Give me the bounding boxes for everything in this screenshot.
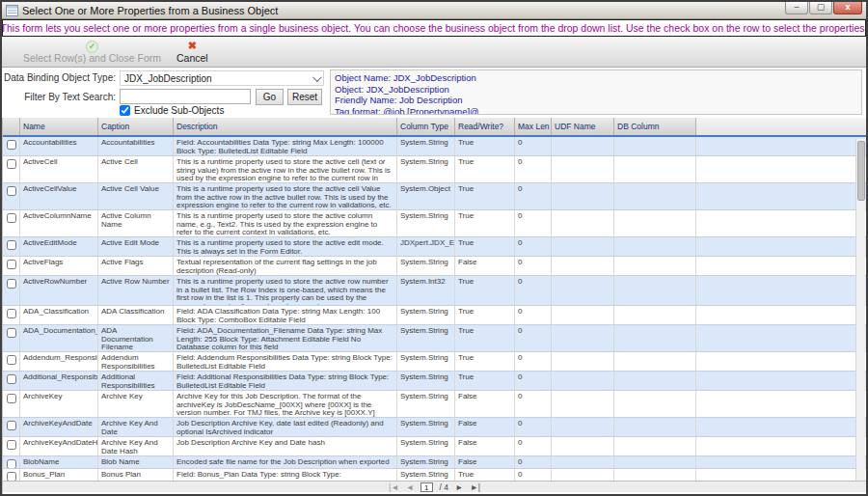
pager-first-button[interactable]: |◄	[389, 482, 399, 492]
cell-name: ArchiveKey	[20, 391, 98, 417]
row-checkbox[interactable]	[7, 394, 16, 403]
cell-filler	[696, 306, 866, 324]
cell-filler	[696, 469, 866, 481]
pager-last-button[interactable]: ►|	[470, 482, 480, 492]
cell-name: ActiveColumnName	[20, 210, 98, 236]
row-checkbox-cell	[3, 372, 20, 390]
instruction-text: This form lets you select one or more pr…	[1, 22, 868, 34]
table-row[interactable]: ActiveFlags Active Flags Textual represe…	[3, 257, 866, 276]
toolbar: ✔ Select Row(s) and Close Form ✖ Cancel	[2, 37, 866, 68]
cancel-button[interactable]: ✖ Cancel	[169, 37, 216, 67]
row-checkbox[interactable]	[7, 186, 16, 196]
row-checkbox[interactable]	[7, 213, 16, 223]
row-checkbox[interactable]	[7, 459, 16, 468]
cell-column-type: System.String	[397, 372, 455, 390]
pager-page-input[interactable]: 1	[420, 482, 432, 492]
row-checkbox[interactable]	[7, 472, 16, 481]
column-header-description[interactable]: Description	[174, 118, 397, 135]
cell-filler	[696, 437, 866, 455]
cell-name: Bonus_Plan	[20, 469, 98, 481]
cell-column-type: System.String	[397, 391, 455, 417]
cancel-x-icon: ✖	[188, 40, 197, 51]
row-checkbox-cell	[3, 237, 20, 256]
filter-text-input[interactable]	[120, 89, 251, 104]
reset-button[interactable]: Reset	[287, 89, 322, 105]
table-row[interactable]: ActiveRowNumber Active Row Number This i…	[3, 276, 866, 306]
cell-db-column	[614, 437, 696, 455]
table-row[interactable]: Additional_Responsibilities Additional R…	[3, 372, 866, 391]
column-header-max-len[interactable]: Max Len	[515, 118, 552, 135]
cell-db-column	[614, 210, 696, 236]
info-tag-format: Tag format: @job.[Propertyname]@	[335, 106, 857, 116]
row-checkbox[interactable]	[7, 140, 16, 150]
cell-caption: Active Row Number	[98, 276, 174, 305]
column-header-column-type[interactable]: Column Type	[397, 118, 455, 135]
object-type-value: JDX_JobDescription	[124, 73, 312, 84]
row-checkbox[interactable]	[7, 421, 16, 430]
pager-next-button[interactable]: ►	[455, 482, 463, 492]
table-row[interactable]: ADA_Documentation_Filename ADA Documenta…	[3, 325, 866, 352]
row-checkbox-cell	[3, 352, 20, 371]
cell-db-column	[614, 237, 696, 256]
table-row[interactable]: Addendum_Responsibilities Addendum Respo…	[3, 352, 866, 372]
go-button[interactable]: Go	[256, 89, 284, 105]
table-row[interactable]: ArchiveKeyAndDate Archive Key And Date J…	[3, 418, 866, 437]
table-row[interactable]: ADA_Classification ADA Classification Fi…	[3, 306, 866, 325]
table-row[interactable]: Accountabilities Accountabilities Field:…	[3, 137, 866, 156]
maximize-button[interactable]: ▢	[809, 2, 832, 14]
cell-column-type: System.String	[397, 456, 455, 468]
cell-filler	[696, 456, 866, 468]
column-header-db-column[interactable]: DB Column	[614, 118, 696, 135]
row-checkbox[interactable]	[7, 309, 16, 318]
column-header-udf-name[interactable]: UDF Name	[552, 118, 614, 135]
row-checkbox[interactable]	[7, 240, 16, 250]
table-row[interactable]: ArchiveKey Archive Key Archive Key for t…	[3, 391, 866, 418]
vertical-scrollbar[interactable]	[855, 139, 865, 481]
column-header-caption[interactable]: Caption	[98, 118, 174, 135]
minimize-button[interactable]: –	[785, 2, 808, 14]
object-info-panel: Object Name: JDX_JobDescription Object: …	[330, 69, 862, 115]
table-row[interactable]: ActiveCellValue Active Cell Value This i…	[3, 183, 866, 210]
table-row[interactable]: Bonus_Plan Bonus Plan Field: Bonus_Plan …	[3, 469, 866, 481]
cell-name: BlobName	[20, 456, 98, 468]
select-rows-button[interactable]: ✔ Select Row(s) and Close Form	[15, 37, 169, 67]
cell-read-write: False	[455, 418, 515, 436]
scrollbar-thumb[interactable]	[857, 141, 865, 201]
cell-udf-name	[552, 391, 614, 417]
column-header-name[interactable]: Name	[20, 118, 98, 135]
grid-header-row: Name Caption Description Column Type Rea…	[3, 118, 866, 137]
table-row[interactable]: ActiveCell Active Cell This is a runtime…	[3, 156, 866, 183]
object-type-dropdown[interactable]: JDX_JobDescription	[120, 70, 324, 86]
cell-column-type: System.Object	[397, 183, 455, 209]
cell-db-column	[614, 257, 696, 275]
cell-db-column	[614, 456, 696, 468]
cell-description: This is a runtime property used to store…	[174, 156, 397, 182]
exclude-sub-objects-checkbox[interactable]	[120, 105, 130, 116]
cell-filler	[696, 391, 866, 417]
row-checkbox[interactable]	[7, 279, 16, 289]
cell-description: Field: ADA_Documentation_Filename Data T…	[174, 325, 397, 351]
row-checkbox[interactable]	[7, 440, 16, 450]
info-friendly-name: Friendly Name: Job Description	[335, 95, 857, 106]
row-checkbox[interactable]	[7, 260, 16, 269]
cell-udf-name	[552, 325, 614, 351]
pager-prev-button[interactable]: ◄	[406, 482, 414, 492]
row-checkbox-cell	[3, 456, 20, 468]
cell-max-len: 0	[515, 306, 552, 324]
pager-total-pages: / 4	[440, 482, 448, 492]
table-row[interactable]: ActiveEditMode Active Edit Mode This is …	[3, 237, 866, 257]
row-checkbox-cell	[3, 325, 20, 351]
table-row[interactable]: ArchiveKeyAndDateHash Archive Key And Da…	[3, 437, 866, 456]
row-checkbox[interactable]	[7, 374, 16, 384]
close-button[interactable]: x	[833, 2, 862, 14]
cell-caption: Active Cell Value	[98, 183, 174, 209]
row-checkbox-cell	[3, 156, 20, 182]
cell-read-write: True	[455, 352, 515, 371]
row-checkbox[interactable]	[7, 328, 16, 338]
window-icon	[6, 5, 18, 16]
column-header-read-write[interactable]: Read/Write?	[455, 118, 515, 135]
row-checkbox[interactable]	[7, 159, 16, 169]
table-row[interactable]: BlobName Blob Name Encoded safe file nam…	[3, 456, 866, 469]
row-checkbox[interactable]	[7, 355, 16, 365]
table-row[interactable]: ActiveColumnName Active Column Name This…	[3, 210, 866, 237]
